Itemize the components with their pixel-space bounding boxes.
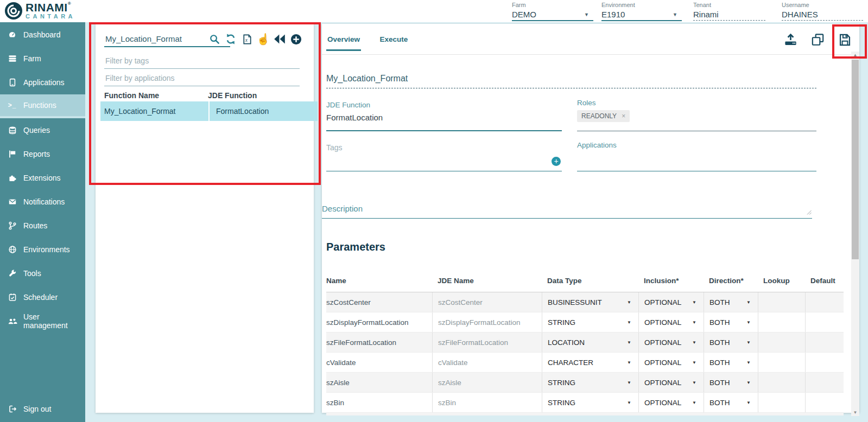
- sidebar-item-sign-out[interactable]: Sign out: [0, 397, 85, 421]
- function-list-row-selected[interactable]: My_Location_Format FormatLocation: [100, 101, 404, 121]
- username-label: Username: [782, 2, 863, 8]
- applications-field[interactable]: Applications: [577, 141, 816, 171]
- add-icon[interactable]: [290, 33, 302, 45]
- scroll-up-arrow[interactable]: ▲: [851, 52, 859, 59]
- param-data-type-select[interactable]: STRING▼: [542, 373, 638, 392]
- applications-label: Applications: [577, 141, 816, 149]
- logo-icon: [4, 2, 23, 22]
- param-direction-select[interactable]: BOTH▼: [704, 333, 758, 352]
- param-lookup[interactable]: [758, 393, 805, 412]
- param-direction-select[interactable]: BOTH▼: [704, 292, 758, 312]
- upload-button[interactable]: [782, 31, 799, 48]
- param-default[interactable]: [805, 312, 844, 332]
- scroll-down-arrow[interactable]: ▼: [851, 409, 859, 416]
- excel-export-icon[interactable]: x: [241, 33, 253, 45]
- param-inclusion-select[interactable]: OPTIONAL▼: [638, 373, 704, 392]
- tags-placeholder: Tags: [326, 143, 562, 152]
- tab-overview[interactable]: Overview: [326, 24, 361, 51]
- copy-button[interactable]: [809, 31, 826, 48]
- resize-handle-icon[interactable]: [807, 207, 812, 217]
- param-direction-select[interactable]: BOTH▼: [704, 312, 758, 332]
- users-icon: [7, 317, 17, 326]
- sidebar-item-label: Dashboard: [23, 30, 61, 39]
- chevron-down-icon: ▼: [627, 380, 631, 385]
- param-lookup[interactable]: [758, 353, 805, 372]
- description-field[interactable]: Description: [322, 204, 812, 219]
- col-direction: Direction*: [704, 277, 758, 285]
- param-lookup[interactable]: [758, 312, 805, 332]
- param-inclusion-select[interactable]: OPTIONAL▼: [638, 292, 704, 312]
- param-data-type-select[interactable]: LOCATION▼: [542, 333, 638, 352]
- param-direction-select[interactable]: BOTH▼: [704, 353, 758, 372]
- param-inclusion-select[interactable]: OPTIONAL▼: [638, 333, 704, 352]
- sidebar-item-applications[interactable]: Applications: [0, 71, 85, 94]
- sidebar-item-notifications[interactable]: Notifications: [0, 190, 85, 214]
- tab-execute[interactable]: Execute: [379, 24, 409, 51]
- param-name: szDisplayFormatLocation: [326, 312, 432, 332]
- function-name-field[interactable]: My_Location_Format: [326, 74, 816, 88]
- col-name: Name: [326, 277, 432, 285]
- description-label: Description: [322, 204, 812, 213]
- param-name: szAisle: [326, 373, 432, 392]
- param-default[interactable]: [805, 373, 844, 392]
- roles-label: Roles: [577, 99, 816, 107]
- param-direction-select[interactable]: BOTH▼: [704, 393, 758, 412]
- param-data-type-select[interactable]: BUSINESSUNIT▼: [542, 292, 638, 312]
- param-default[interactable]: [805, 393, 844, 412]
- vertical-scrollbar[interactable]: ▲ ▼: [851, 52, 859, 416]
- scrollbar-thumb[interactable]: [852, 60, 859, 259]
- sidebar-item-queries[interactable]: Queries: [0, 118, 85, 142]
- param-direction-select[interactable]: BOTH▼: [704, 373, 758, 392]
- parameter-row: szBin szBin STRING▼ OPTIONAL▼ BOTH▼: [326, 393, 844, 413]
- username-value: DHAINES: [782, 10, 863, 21]
- param-name: cValidate: [326, 353, 432, 372]
- param-data-type-select[interactable]: CHARACTER▼: [542, 353, 638, 372]
- sidebar-item-scheduler[interactable]: Scheduler: [0, 285, 85, 309]
- param-inclusion-select[interactable]: OPTIONAL▼: [638, 312, 704, 332]
- param-default[interactable]: [805, 353, 844, 372]
- search-icon[interactable]: [208, 33, 220, 45]
- sidebar-item-extensions[interactable]: Extensions: [0, 166, 85, 190]
- param-lookup[interactable]: [758, 373, 805, 392]
- param-data-type-select[interactable]: STRING▼: [542, 312, 638, 332]
- sidebar-item-environments[interactable]: Environments: [0, 238, 85, 261]
- param-jde-name: szCostCenter: [432, 292, 542, 312]
- roles-field[interactable]: Roles READONLY ×: [577, 99, 816, 131]
- sidebar-item-label: Farm: [23, 54, 41, 63]
- sidebar-item-functions[interactable]: >_ Functions: [0, 94, 85, 118]
- param-inclusion-select[interactable]: OPTIONAL▼: [638, 353, 704, 372]
- param-default[interactable]: [805, 292, 844, 312]
- param-inclusion-select[interactable]: OPTIONAL▼: [638, 393, 704, 412]
- add-tag-icon[interactable]: +: [552, 157, 561, 166]
- parameters-table-header: Name JDE Name Data Type Inclusion* Direc…: [326, 269, 844, 292]
- param-jde-name: szBin: [432, 393, 542, 412]
- farm-select[interactable]: Farm DEMO ▼: [512, 2, 593, 21]
- param-lookup[interactable]: [758, 292, 805, 312]
- param-lookup[interactable]: [758, 333, 805, 352]
- sidebar-item-tools[interactable]: Tools: [0, 261, 85, 285]
- chevron-down-icon: ▼: [692, 400, 696, 405]
- sidebar-item-user-management[interactable]: User management: [0, 309, 85, 333]
- sidebar-item-dashboard[interactable]: Dashboard: [0, 23, 85, 47]
- tags-field[interactable]: Tags +: [326, 143, 562, 171]
- filter-applications-input[interactable]: [104, 71, 300, 86]
- brand-name: RINAMI®: [26, 2, 75, 13]
- tab-bar: Overview Execute: [322, 24, 859, 55]
- sidebar-item-farm[interactable]: Farm: [0, 47, 85, 71]
- filter-tags-input[interactable]: [104, 53, 300, 69]
- rewind-icon[interactable]: [274, 33, 286, 45]
- remove-role-icon[interactable]: ×: [622, 112, 625, 120]
- param-data-type-select[interactable]: STRING▼: [542, 393, 638, 412]
- puzzle-icon: [7, 174, 17, 183]
- sidebar-item-routes[interactable]: Routes: [0, 214, 85, 238]
- farm-label: Farm: [512, 2, 593, 8]
- refresh-icon[interactable]: [225, 33, 237, 45]
- param-default[interactable]: [805, 333, 844, 352]
- sidebar-item-reports[interactable]: Reports: [0, 142, 85, 166]
- wrench-icon: [7, 269, 17, 278]
- environment-select[interactable]: Environment E1910 ▼: [601, 2, 682, 21]
- hand-pointer-icon[interactable]: ☝: [257, 33, 269, 45]
- save-button[interactable]: [837, 31, 853, 48]
- chevron-down-icon: ▼: [627, 400, 631, 405]
- tenant-field: Tenant Rinami: [693, 2, 765, 21]
